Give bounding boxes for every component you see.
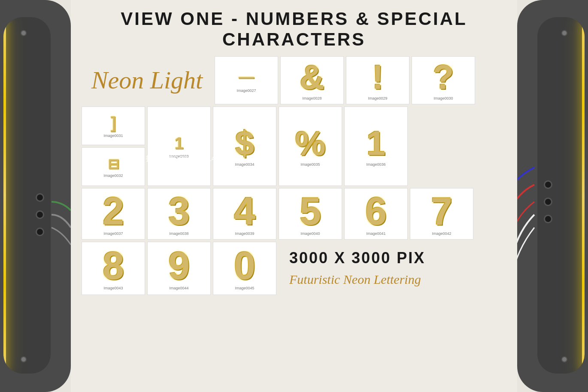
bolt-1 [21, 30, 27, 36]
label-image0035: Image0035 [300, 162, 320, 167]
connector-right-2 [544, 198, 552, 206]
label-image0041: Image0041 [366, 231, 385, 236]
symbol-4: 4 [234, 192, 255, 231]
page-title-area: VIEW ONE - NUMBERS & SPECIAL CHARACTERS [82, 9, 506, 50]
symbol-8: 8 [103, 246, 124, 285]
label-image0044: Image0044 [169, 286, 188, 290]
symbol-1-large: 1 [367, 126, 386, 161]
watermark: 技术支持QQ/WX：614316 [146, 155, 227, 164]
label-image0032: Image0032 [103, 173, 123, 178]
connector-left-1 [36, 193, 44, 202]
card-image0042: 7 Image0042 [410, 188, 473, 240]
symbol-exclamation: ! [372, 60, 384, 94]
card-image0040: 5 Image0040 [279, 188, 342, 240]
symbol-5: 5 [300, 192, 321, 231]
symbol-2: 2 [103, 192, 124, 231]
label-image0030: Image0030 [433, 96, 453, 100]
label-image0043: Image0043 [103, 286, 123, 290]
neon-script-text: Neon Light [91, 65, 203, 95]
label-image0034: Image0034 [235, 162, 254, 167]
label-image0037: Image0037 [103, 231, 123, 236]
label-image0031: Image0031 [103, 134, 123, 138]
dimensions-text: 3000 X 3000 PIX [289, 248, 496, 268]
symbol-ampersand: & [300, 60, 324, 94]
card-image0043: 8 Image0043 [82, 242, 145, 295]
info-area: 3000 X 3000 PIX Futuristic Neon Letterin… [279, 242, 506, 295]
label-image0027: Image0027 [236, 88, 256, 93]
symbol-bracket: ] [111, 114, 116, 132]
symbol-dash: — [239, 68, 254, 86]
symbol-3: 3 [168, 192, 190, 231]
small-cards-col: ] Image0031 ⊟ Image0032 [82, 106, 145, 186]
left-panel [0, 0, 71, 392]
row-3: 2 Image0037 3 Image0038 4 Image0039 5 Im… [82, 188, 506, 240]
card-image0036: 1 Image0036 [344, 106, 408, 186]
symbol-rect: ⊟ [108, 156, 119, 172]
symbol-question: ? [433, 60, 454, 94]
main-content: VIEW ONE - NUMBERS & SPECIAL CHARACTERS … [71, 0, 517, 392]
row-1: Neon Light — Image0027 & Image0028 ! Ima… [82, 56, 506, 104]
neon-strip-left [3, 17, 6, 374]
symbol-1-small: 1 [174, 134, 183, 153]
label-image0039: Image0039 [235, 231, 254, 236]
bolt-right-1 [561, 30, 567, 36]
connector-left-2 [36, 210, 44, 219]
connector-right-3 [544, 215, 552, 223]
symbol-9: 9 [168, 246, 190, 285]
connector-left-3 [36, 228, 44, 236]
connector-right-1 [544, 180, 552, 189]
bolt-right-2 [561, 356, 567, 362]
subtitle-text: Futuristic Neon Lettering [289, 270, 496, 289]
card-image0031: ] Image0031 [82, 106, 145, 145]
neon-strip-right [582, 17, 585, 374]
card-image0032: ⊟ Image0032 [82, 147, 145, 186]
card-image0028: & Image0028 [280, 56, 344, 104]
row-4: 8 Image0043 9 Image0044 0 Image0045 3000… [82, 242, 506, 295]
card-image0044: 9 Image0044 [147, 242, 211, 295]
symbol-0: 0 [234, 246, 255, 285]
card-image0041: 6 Image0041 [344, 188, 408, 240]
card-image0029: ! Image0029 [346, 56, 409, 104]
label-image0040: Image0040 [300, 231, 320, 236]
row-2: ] Image0031 ⊟ Image0032 1 Image0033 $ Im… [82, 106, 506, 186]
card-image0035: % Image0035 [279, 106, 342, 186]
card-image0038: 3 Image0038 [147, 188, 211, 240]
label-image0028: Image0028 [302, 96, 321, 100]
card-image0045: 0 Image0045 [213, 242, 276, 295]
card-image0034: $ Image0034 [213, 106, 276, 186]
label-image0036: Image0036 [366, 162, 385, 167]
card-image0039: 4 Image0039 [213, 188, 276, 240]
page-title: VIEW ONE - NUMBERS & SPECIAL CHARACTERS [82, 9, 506, 50]
right-panel [517, 0, 588, 392]
symbol-7: 7 [431, 192, 452, 231]
symbol-6: 6 [365, 192, 387, 231]
bolt-2 [21, 356, 27, 362]
card-image0030: ? Image0030 [412, 56, 475, 104]
label-image0045: Image0045 [235, 286, 254, 290]
label-image0029: Image0029 [368, 96, 387, 100]
card-image0033: 1 Image0033 [147, 106, 211, 186]
label-image0042: Image0042 [432, 231, 451, 236]
grid-container: Neon Light — Image0027 & Image0028 ! Ima… [82, 56, 506, 295]
script-area: Neon Light [82, 56, 212, 104]
symbol-dollar: $ [235, 126, 255, 161]
symbol-percent: % [295, 126, 325, 161]
card-image0027: — Image0027 [215, 56, 278, 104]
label-image0038: Image0038 [169, 231, 188, 236]
card-image0037: 2 Image0037 [82, 188, 145, 240]
